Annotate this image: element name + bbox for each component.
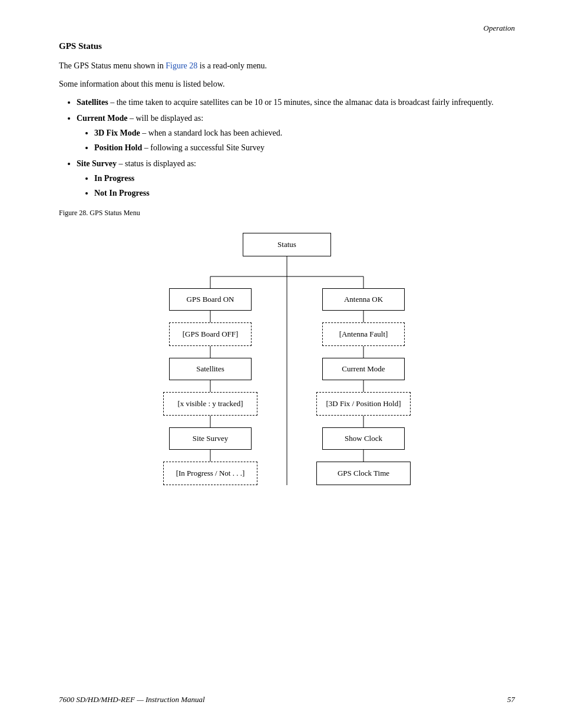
sub-bullet-position-hold: Position Hold – following a successful S… bbox=[94, 141, 515, 154]
box-gps-board-off: [GPS Board OFF] bbox=[169, 322, 252, 346]
page-header: Operation bbox=[484, 24, 515, 33]
box-site-survey: Site Survey bbox=[169, 427, 252, 450]
label-gps-clock-time: GPS Clock Time bbox=[338, 469, 389, 478]
label-current-mode: Current Mode bbox=[342, 364, 385, 374]
bullet-satellites: Satellites – the time taken to acquire s… bbox=[77, 96, 515, 108]
box-3d-fix: [3D Fix / Position Hold] bbox=[316, 392, 411, 416]
label-3d-fix: [3D Fix / Position Hold] bbox=[326, 399, 401, 409]
bullet-current-mode-text: – will be displayed as: bbox=[130, 114, 203, 123]
page-footer: 7600 SD/HD/MHD-REF — Instruction Manual … bbox=[0, 695, 562, 704]
sub-bullet-list-2: In Progress Not In Progress bbox=[94, 172, 515, 199]
label-gps-board-on: GPS Board ON bbox=[187, 295, 234, 304]
bullet-satellites-bold: Satellites bbox=[77, 98, 108, 107]
box-antenna-fault: [Antenna Fault] bbox=[322, 322, 405, 346]
label-antenna-ok: Antenna OK bbox=[344, 295, 383, 304]
sub-position-hold-text: – following a successful Site Survey bbox=[144, 143, 265, 152]
sub-bullet-3d-fix: 3D Fix Mode – when a standard lock has b… bbox=[94, 127, 515, 139]
label-gps-board-off: [GPS Board OFF] bbox=[183, 330, 239, 339]
footer-left: 7600 SD/HD/MHD-REF — Instruction Manual bbox=[59, 695, 205, 704]
section-title: GPS Status bbox=[59, 41, 515, 51]
label-satellites: Satellites bbox=[196, 364, 224, 374]
sub-bullet-not-in-progress: Not In Progress bbox=[94, 187, 515, 199]
intro-text-1: The GPS Status menu shown in bbox=[59, 61, 166, 70]
box-antenna-ok: Antenna OK bbox=[322, 288, 405, 311]
label-show-clock: Show Clock bbox=[345, 434, 382, 443]
sub-position-hold-bold: Position Hold bbox=[94, 143, 142, 152]
figure-link[interactable]: Figure 28 bbox=[166, 61, 197, 70]
sub-3d-fix-text: – when a standard lock has been achieved… bbox=[142, 129, 282, 137]
diagram-container: Status GPS Board ON Antenna OK [GPS Boar… bbox=[59, 223, 515, 536]
label-status: Status bbox=[277, 240, 296, 249]
bullet-satellites-text: – the time taken to acquire satellites c… bbox=[110, 98, 494, 107]
bullet-site-survey: Site Survey – status is displayed as: In… bbox=[77, 157, 515, 199]
box-status: Status bbox=[243, 233, 331, 256]
box-in-progress: [In Progress / Not . . .] bbox=[163, 462, 257, 485]
label-x-visible: [x visible : y tracked] bbox=[177, 399, 243, 409]
box-current-mode: Current Mode bbox=[322, 358, 405, 380]
sub-bullet-in-progress: In Progress bbox=[94, 172, 515, 185]
box-gps-clock-time: GPS Clock Time bbox=[316, 462, 411, 485]
sub-in-progress-bold: In Progress bbox=[94, 174, 134, 183]
box-gps-board-on: GPS Board ON bbox=[169, 288, 252, 311]
figure-caption: Figure 28. GPS Status Menu bbox=[59, 209, 515, 218]
box-satellites: Satellites bbox=[169, 358, 252, 380]
diagram: Status GPS Board ON Antenna OK [GPS Boar… bbox=[134, 223, 440, 536]
bullet-site-survey-bold: Site Survey bbox=[77, 159, 117, 168]
sub-bullet-list-1: 3D Fix Mode – when a standard lock has b… bbox=[94, 127, 515, 154]
label-antenna-fault: [Antenna Fault] bbox=[339, 330, 388, 339]
bullet-current-mode: Current Mode – will be displayed as: 3D … bbox=[77, 112, 515, 154]
label-site-survey: Site Survey bbox=[193, 434, 228, 443]
intro-paragraph-2: Some information about this menu is list… bbox=[59, 78, 515, 90]
header-label: Operation bbox=[484, 24, 515, 32]
box-show-clock: Show Clock bbox=[322, 427, 405, 450]
label-in-progress: [In Progress / Not . . .] bbox=[176, 469, 245, 478]
footer-right: 57 bbox=[507, 695, 515, 704]
main-bullet-list: Satellites – the time taken to acquire s… bbox=[77, 96, 515, 199]
box-x-visible: [x visible : y tracked] bbox=[163, 392, 257, 416]
sub-3d-fix-bold: 3D Fix Mode bbox=[94, 129, 140, 137]
intro-paragraph: The GPS Status menu shown in Figure 28 i… bbox=[59, 60, 515, 72]
page: Operation GPS Status The GPS Status menu… bbox=[0, 0, 562, 728]
intro-text-2: is a read-only menu. bbox=[197, 61, 267, 70]
bullet-site-survey-text: – status is displayed as: bbox=[119, 159, 196, 168]
sub-not-in-progress-bold: Not In Progress bbox=[94, 189, 150, 197]
bullet-current-mode-bold: Current Mode bbox=[77, 114, 127, 123]
